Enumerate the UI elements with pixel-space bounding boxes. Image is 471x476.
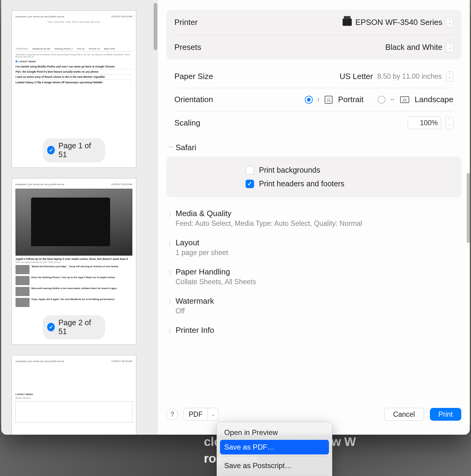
help-button[interactable]: ? <box>166 409 178 420</box>
print-settings: Paper Size US Letter 8.50 by 11.00 inche… <box>166 65 461 134</box>
printer-icon <box>343 19 352 26</box>
orientation-label: Orientation <box>174 95 266 104</box>
page-badge-1[interactable]: ✓ Page 1 of 51 <box>43 138 105 162</box>
portrait-icon <box>325 96 333 104</box>
layout-section[interactable]: 〉 Layout 1 page per sheet <box>166 233 461 257</box>
watermark-desc: Off <box>176 307 214 315</box>
print-dialog: pocpeketc | pre venice pic sery prtksfl … <box>1 0 470 435</box>
menu-open-in-preview[interactable]: Open in Preview <box>220 425 329 440</box>
layout-title: Layout <box>176 238 228 247</box>
portrait-arrow-icon: ↕ <box>317 96 320 103</box>
layout-desc: 1 page per sheet <box>176 249 228 257</box>
presets-select-stepper[interactable]: ˄˅ <box>446 42 453 53</box>
print-headers-footers-label: Print headers and footers <box>259 179 344 188</box>
printer-select-stepper[interactable]: ˄˅ <box>446 17 453 27</box>
paper-handling-title: Paper Handling <box>176 267 256 277</box>
chevron-right-icon: 〉 <box>168 269 173 277</box>
menu-save-as-postscript[interactable]: Save as Postscript… <box>220 458 329 473</box>
print-backgrounds-checkbox[interactable] <box>246 166 254 174</box>
menu-separator <box>222 456 327 457</box>
dialog-footer: ? PDF ⌄ Cancel Print <box>166 408 461 421</box>
check-icon: ✓ <box>47 146 55 154</box>
cancel-button[interactable]: Cancel <box>384 408 424 421</box>
presets-value: Black and White <box>385 43 442 52</box>
media-quality-title: Media & Quality <box>176 209 362 218</box>
landscape-label: Landscape <box>415 95 453 104</box>
scaling-input[interactable] <box>408 116 441 129</box>
page-badge-label: Page 2 of 51 <box>58 318 97 336</box>
chevron-right-icon: 〉 <box>168 327 173 335</box>
paper-size-label: Paper Size <box>174 72 266 81</box>
landscape-icon <box>400 96 409 103</box>
check-icon: ✓ <box>47 323 55 331</box>
paper-size-stepper[interactable]: ˄˅ <box>446 71 453 82</box>
media-quality-desc: Feed: Auto Select, Media Type: Auto Sele… <box>176 219 362 228</box>
page-badge-label: Page 1 of 51 <box>58 141 97 159</box>
media-quality-section[interactable]: 〉 Media & Quality Feed: Auto Select, Med… <box>166 204 461 228</box>
settings-panel: Printer EPSON WF-3540 Series ˄˅ Presets … <box>158 0 470 435</box>
scaling-label: Scaling <box>174 118 266 128</box>
safari-options-box: Print backgrounds ✓ Print headers and fo… <box>166 157 461 197</box>
safari-title: Safari <box>176 143 196 152</box>
presets-label: Presets <box>174 43 201 52</box>
chevron-right-icon: 〉 <box>168 211 173 219</box>
menu-separator <box>222 475 327 475</box>
panel-scrollbar[interactable] <box>467 173 470 243</box>
printer-preset-card: Printer EPSON WF-3540 Series ˄˅ Presets … <box>166 10 461 60</box>
page-thumbnail-3[interactable]: pocpeketc | pre venice pic sery prtksfl … <box>12 355 136 435</box>
landscape-radio[interactable] <box>378 96 386 104</box>
printer-info-title: Printer Info <box>176 326 214 335</box>
paper-size-dimensions: 8.50 by 11.00 inches <box>377 72 442 81</box>
page-badge-2[interactable]: ✓ Page 2 of 51 <box>43 315 105 339</box>
landscape-arrow-icon: ↔ <box>390 96 395 103</box>
safari-section-header[interactable]: ﹀ Safari <box>166 143 461 152</box>
print-button[interactable]: Print <box>430 408 461 421</box>
page-thumbnail-1[interactable]: pocpeketc | pre venice pic sery prtksfl … <box>12 10 136 168</box>
portrait-radio[interactable] <box>305 96 313 104</box>
print-backgrounds-label: Print backgrounds <box>259 166 320 174</box>
menu-save-as-pdf[interactable]: Save as PDF… <box>220 440 329 454</box>
chevron-down-icon: ⌄ <box>208 408 218 420</box>
sidebar-scrollbar[interactable] <box>154 3 157 50</box>
pdf-label: PDF <box>184 410 208 419</box>
page-thumbnail-2[interactable]: pocpeketc | pre venice pic sery prtksfl … <box>12 178 136 345</box>
watermark-title: Watermark <box>176 296 214 306</box>
printer-value: EPSON WF-3540 Series <box>355 18 442 27</box>
paper-size-value: US Letter <box>340 72 373 81</box>
chevron-right-icon: 〉 <box>168 240 173 248</box>
pdf-dropdown-menu: Open in Preview Save as PDF… Save as Pos… <box>217 422 332 476</box>
scaling-stepper[interactable]: ˄˅ <box>445 116 453 129</box>
chevron-down-icon: ﹀ <box>168 144 173 152</box>
watermark-section[interactable]: 〉 Watermark Off <box>166 291 461 315</box>
portrait-label: Portrait <box>338 95 364 104</box>
print-headers-footers-checkbox[interactable]: ✓ <box>246 180 254 188</box>
printer-label: Printer <box>174 18 198 27</box>
chevron-right-icon: 〉 <box>168 298 173 306</box>
paper-handling-section[interactable]: 〉 Paper Handling Collate Sheets, All She… <box>166 262 461 286</box>
printer-info-section[interactable]: 〉 Printer Info <box>166 321 461 336</box>
paper-handling-desc: Collate Sheets, All Sheets <box>176 278 256 286</box>
pdf-dropdown-button[interactable]: PDF ⌄ <box>183 408 219 421</box>
preview-sidebar: pocpeketc | pre venice pic sery prtksfl … <box>1 0 158 435</box>
